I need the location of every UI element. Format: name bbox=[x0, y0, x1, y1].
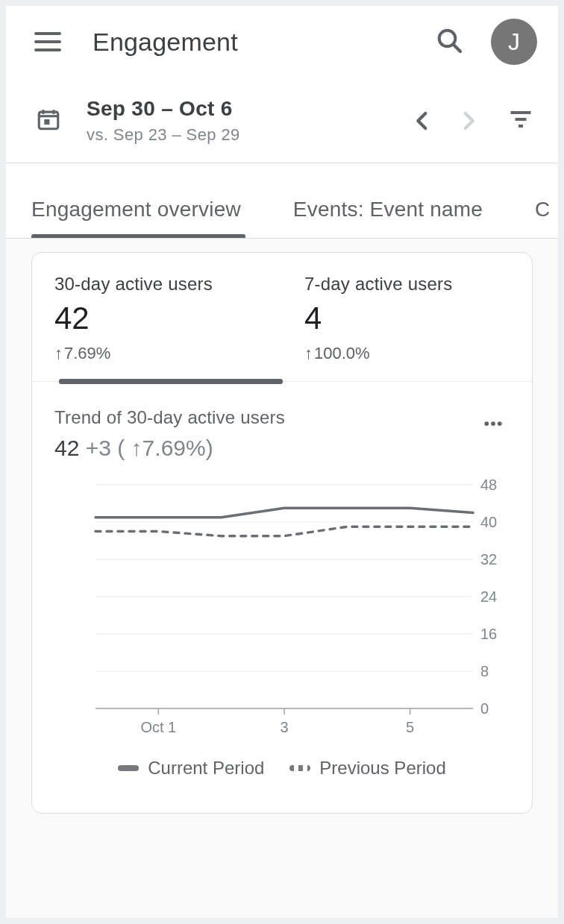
svg-rect-3 bbox=[44, 119, 49, 125]
legend-swatch-solid bbox=[118, 765, 139, 771]
engagement-card: 30-day active users 42 ↑7.69% 7-day acti… bbox=[31, 252, 533, 814]
svg-line-1 bbox=[454, 45, 460, 51]
svg-text:48: 48 bbox=[480, 477, 497, 493]
arrow-up-icon: ↑ bbox=[131, 436, 142, 460]
metric-delta: ↑100.0% bbox=[304, 344, 532, 363]
previous-period-button[interactable] bbox=[406, 104, 439, 137]
metric-delta: ↑7.69% bbox=[54, 344, 282, 363]
metrics-row: 30-day active users 42 ↑7.69% 7-day acti… bbox=[32, 253, 532, 381]
legend-current: Current Period bbox=[118, 758, 264, 779]
next-period-button[interactable] bbox=[452, 104, 485, 137]
metric-value: 4 bbox=[304, 301, 532, 336]
metric-30day-active-users[interactable]: 30-day active users 42 ↑7.69% bbox=[32, 253, 282, 381]
report-tabs: Engagement overview Events: Event name C bbox=[6, 163, 558, 238]
svg-text:32: 32 bbox=[480, 551, 497, 568]
tab-events[interactable]: Events: Event name bbox=[293, 198, 483, 238]
page-title: Engagement bbox=[93, 28, 434, 57]
date-range-button[interactable]: Sep 30 – Oct 6 vs. Sep 23 – Sep 29 bbox=[87, 97, 406, 145]
tab-engagement-overview[interactable]: Engagement overview bbox=[31, 198, 241, 238]
svg-text:0: 0 bbox=[480, 700, 489, 717]
tab-truncated[interactable]: C bbox=[535, 198, 550, 238]
svg-text:40: 40 bbox=[480, 514, 497, 530]
more-options-icon[interactable] bbox=[477, 407, 510, 440]
svg-point-12 bbox=[498, 421, 502, 426]
svg-text:Oct 1: Oct 1 bbox=[140, 719, 176, 735]
search-icon[interactable] bbox=[434, 25, 467, 58]
legend-swatch-dashed bbox=[289, 765, 310, 771]
metric-value: 42 bbox=[54, 301, 282, 336]
trend-header: Trend of 30-day active users 42 +3 ( ↑7.… bbox=[32, 382, 532, 461]
svg-text:24: 24 bbox=[480, 588, 497, 605]
metric-7day-active-users[interactable]: 7-day active users 4 ↑100.0% bbox=[282, 253, 532, 381]
svg-text:3: 3 bbox=[280, 719, 288, 735]
chart-legend: Current Period Previous Period bbox=[32, 753, 532, 813]
trend-chart: 081624324048Oct 135 bbox=[32, 461, 532, 753]
avatar[interactable]: J bbox=[491, 19, 537, 65]
metric-title: 30-day active users bbox=[54, 274, 282, 295]
avatar-initial: J bbox=[508, 28, 520, 56]
calendar-icon[interactable] bbox=[36, 107, 64, 135]
chart-svg: 081624324048Oct 135 bbox=[50, 474, 514, 743]
svg-text:16: 16 bbox=[480, 626, 497, 642]
trend-value: 42 +3 ( ↑7.69%) bbox=[54, 436, 285, 461]
svg-text:5: 5 bbox=[406, 719, 414, 735]
date-range-primary: Sep 30 – Oct 6 bbox=[87, 97, 406, 121]
trend-title: Trend of 30-day active users bbox=[54, 407, 285, 428]
filter-icon[interactable] bbox=[507, 106, 537, 136]
svg-point-10 bbox=[484, 421, 489, 426]
date-range-comparison: vs. Sep 23 – Sep 29 bbox=[87, 125, 406, 145]
svg-point-11 bbox=[491, 421, 495, 426]
legend-previous: Previous Period bbox=[289, 758, 445, 779]
app-bar: Engagement J bbox=[6, 6, 558, 78]
date-range-bar: Sep 30 – Oct 6 vs. Sep 23 – Sep 29 bbox=[6, 78, 558, 163]
arrow-up-icon: ↑ bbox=[304, 344, 313, 363]
menu-icon[interactable] bbox=[34, 26, 66, 57]
arrow-up-icon: ↑ bbox=[54, 344, 63, 363]
metric-title: 7-day active users bbox=[304, 274, 532, 295]
svg-text:8: 8 bbox=[480, 663, 489, 679]
